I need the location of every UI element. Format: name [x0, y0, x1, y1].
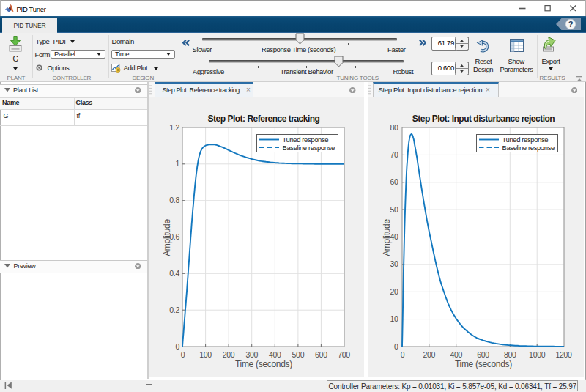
svg-text:30: 30	[390, 259, 398, 268]
svg-text:400: 400	[450, 350, 462, 359]
svg-text:500: 500	[292, 350, 305, 359]
svg-text:400: 400	[269, 350, 281, 359]
svg-text:Tuned response: Tuned response	[502, 136, 549, 144]
svg-text:0: 0	[401, 350, 405, 359]
svg-text:Baseline response: Baseline response	[283, 144, 335, 152]
svg-text:200: 200	[423, 350, 435, 359]
svg-text:0: 0	[175, 342, 179, 351]
svg-text:0: 0	[181, 350, 185, 359]
svg-text:600: 600	[477, 350, 489, 359]
svg-text:50: 50	[390, 205, 398, 214]
svg-text:600: 600	[315, 350, 327, 359]
svg-text:100: 100	[199, 350, 212, 359]
svg-text:Tuned response: Tuned response	[283, 136, 329, 144]
svg-text:70: 70	[390, 150, 398, 159]
svg-text:Step Plot: Input disturbance r: Step Plot: Input disturbance rejection	[412, 114, 555, 124]
svg-text:0.8: 0.8	[169, 196, 179, 204]
svg-text:Amplitude: Amplitude	[382, 219, 392, 256]
svg-text:0: 0	[394, 342, 398, 351]
svg-text:1: 1	[175, 159, 179, 168]
svg-text:1000: 1000	[529, 350, 546, 359]
svg-text:0.4: 0.4	[169, 269, 179, 278]
svg-text:10: 10	[390, 314, 398, 323]
svg-text:700: 700	[338, 350, 350, 359]
svg-text:800: 800	[504, 350, 516, 359]
svg-text:200: 200	[223, 350, 235, 359]
svg-text:80: 80	[390, 123, 398, 132]
svg-text:1.2: 1.2	[169, 123, 179, 132]
svg-text:Time (seconds): Time (seconds)	[455, 359, 512, 369]
svg-text:0.2: 0.2	[169, 306, 179, 314]
svg-text:300: 300	[245, 350, 258, 359]
svg-text:Baseline response: Baseline response	[502, 144, 555, 152]
svg-text:Amplitude: Amplitude	[162, 219, 172, 256]
svg-text:60: 60	[390, 177, 398, 186]
svg-text:20: 20	[390, 287, 398, 296]
svg-text:1200: 1200	[555, 350, 572, 359]
svg-text:Step Plot: Reference tracking: Step Plot: Reference tracking	[208, 114, 320, 124]
svg-text:Time (seconds): Time (seconds)	[235, 359, 292, 369]
